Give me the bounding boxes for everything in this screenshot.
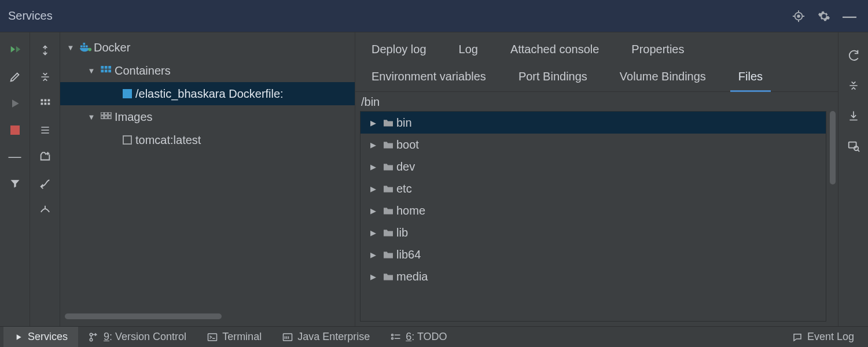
deploy-icon[interactable] bbox=[5, 39, 25, 62]
expand-all-icon[interactable] bbox=[35, 39, 56, 62]
chevron-right-icon: ▶ bbox=[366, 206, 380, 215]
file-name: lib bbox=[396, 226, 408, 239]
svg-point-0 bbox=[795, 12, 803, 20]
chevron-right-icon: ▶ bbox=[366, 163, 380, 171]
svg-rect-22 bbox=[105, 112, 108, 115]
tab-port-bindings[interactable]: Port Bindings bbox=[502, 64, 604, 91]
file-name: media bbox=[396, 270, 428, 283]
filter-icon[interactable] bbox=[5, 172, 25, 195]
services-tree: ▼ Docker ▼ Containers bbox=[60, 32, 355, 326]
tab-files[interactable]: Files bbox=[722, 64, 779, 91]
svg-rect-17 bbox=[101, 69, 104, 72]
status-todo[interactable]: 6: TODO bbox=[380, 327, 457, 347]
tab-add-icon[interactable] bbox=[35, 145, 56, 168]
status-label: Event Log bbox=[807, 331, 854, 343]
tree-label: tomcat:latest bbox=[135, 134, 201, 147]
file-row[interactable]: ▶ home bbox=[361, 200, 826, 222]
detail-tabs: Deploy log Log Attached console Properti… bbox=[355, 32, 838, 92]
tree-node-image[interactable]: tomcat:latest bbox=[60, 128, 355, 152]
status-label: Terminal bbox=[222, 331, 262, 343]
file-name: etc bbox=[396, 182, 412, 195]
tree-label: Containers bbox=[115, 64, 171, 77]
tab-log[interactable]: Log bbox=[443, 37, 494, 64]
file-row[interactable]: ▶ etc bbox=[361, 178, 826, 200]
file-row[interactable]: ▶ bin bbox=[361, 112, 826, 134]
containers-icon bbox=[98, 66, 115, 75]
tree-label: Docker bbox=[94, 41, 130, 54]
file-row[interactable]: ▶ media bbox=[361, 265, 826, 287]
folder-icon bbox=[380, 184, 396, 193]
status-label: 9: Version Control bbox=[104, 331, 186, 343]
play-icon[interactable] bbox=[5, 92, 25, 115]
chevron-right-icon: ▶ bbox=[366, 272, 380, 281]
svg-rect-21 bbox=[101, 112, 104, 115]
branch-split-icon[interactable] bbox=[35, 198, 56, 222]
minus-icon[interactable]: — bbox=[5, 145, 25, 168]
inspect-icon[interactable] bbox=[843, 133, 864, 158]
chevron-down-icon: ▼ bbox=[64, 43, 78, 52]
edit-icon[interactable] bbox=[5, 65, 25, 88]
svg-rect-32 bbox=[208, 334, 217, 341]
svg-point-1 bbox=[797, 15, 800, 17]
vertical-scrollbar[interactable] bbox=[827, 111, 838, 322]
svg-rect-26 bbox=[108, 116, 111, 119]
tab-properties[interactable]: Properties bbox=[615, 37, 700, 64]
branch-left-icon[interactable] bbox=[35, 172, 56, 195]
tree-label: /elastic_bhaskara Dockerfile: bbox=[135, 87, 284, 101]
svg-point-34 bbox=[392, 334, 393, 335]
file-row[interactable]: ▶ lib bbox=[361, 222, 826, 243]
svg-rect-5 bbox=[47, 99, 50, 102]
chevron-down-icon: ▼ bbox=[84, 113, 98, 121]
file-name: bin bbox=[396, 116, 412, 130]
file-row[interactable]: ▶ lib64 bbox=[361, 243, 826, 265]
stop-icon[interactable] bbox=[5, 119, 25, 142]
status-version-control[interactable]: 9: Version Control bbox=[78, 327, 197, 347]
file-name: lib64 bbox=[396, 248, 421, 261]
tab-attached-console[interactable]: Attached console bbox=[494, 37, 615, 64]
target-icon[interactable] bbox=[788, 6, 809, 27]
svg-rect-33 bbox=[284, 334, 292, 341]
file-name: boot bbox=[396, 138, 419, 152]
folder-icon bbox=[380, 206, 396, 215]
file-row[interactable]: ▶ boot bbox=[361, 134, 826, 156]
list-icon[interactable] bbox=[35, 119, 56, 142]
refresh-icon[interactable] bbox=[843, 43, 864, 68]
horizontal-scrollbar[interactable] bbox=[65, 311, 350, 322]
download-icon[interactable] bbox=[843, 103, 864, 128]
minimize-icon[interactable]: — bbox=[839, 6, 860, 27]
status-label: Java Enterprise bbox=[297, 331, 370, 343]
status-label: Services bbox=[28, 331, 68, 343]
right-toolbar bbox=[838, 32, 868, 326]
folder-icon bbox=[380, 162, 396, 171]
status-terminal[interactable]: Terminal bbox=[197, 327, 272, 347]
folder-icon bbox=[380, 250, 396, 259]
status-event-log[interactable]: Event Log bbox=[782, 327, 865, 347]
file-name: dev bbox=[396, 160, 415, 174]
gear-icon[interactable] bbox=[814, 6, 834, 27]
tab-env-vars[interactable]: Environment variables bbox=[355, 64, 502, 91]
file-name: home bbox=[396, 204, 425, 217]
container-icon bbox=[119, 88, 135, 99]
tree-node-docker[interactable]: ▼ Docker bbox=[60, 36, 355, 59]
collapse-icon[interactable] bbox=[843, 73, 864, 98]
status-services[interactable]: Services bbox=[3, 327, 78, 347]
chevron-right-icon: ▶ bbox=[366, 119, 380, 127]
svg-rect-2 bbox=[10, 125, 20, 135]
file-row[interactable]: ▶ dev bbox=[361, 156, 826, 178]
status-label: 6: TODO bbox=[406, 331, 447, 343]
svg-rect-18 bbox=[105, 69, 108, 72]
tab-deploy-log[interactable]: Deploy log bbox=[355, 37, 443, 64]
status-java-enterprise[interactable]: Java Enterprise bbox=[272, 327, 380, 347]
svg-point-31 bbox=[90, 338, 93, 341]
collapse-all-icon[interactable] bbox=[35, 65, 56, 88]
tree-node-containers[interactable]: ▼ Containers bbox=[60, 59, 355, 82]
svg-rect-14 bbox=[101, 66, 104, 69]
tree-node-images[interactable]: ▼ Images bbox=[60, 105, 355, 128]
svg-rect-8 bbox=[47, 103, 50, 105]
svg-rect-6 bbox=[41, 103, 43, 105]
grid-icon[interactable] bbox=[35, 92, 56, 115]
left-toolbar-1: — bbox=[0, 32, 30, 326]
tree-node-container[interactable]: /elastic_bhaskara Dockerfile: bbox=[60, 82, 355, 105]
svg-rect-24 bbox=[101, 116, 104, 119]
tab-volume-bindings[interactable]: Volume Bindings bbox=[604, 64, 722, 91]
